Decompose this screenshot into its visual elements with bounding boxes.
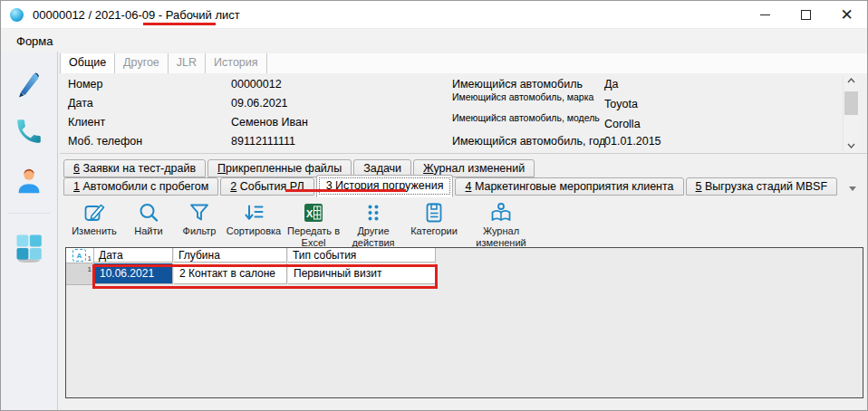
column-header-tip-sobytiya[interactable]: Тип события bbox=[288, 248, 436, 263]
main-area: Общие Другое JLR История Номер 00000012 … bbox=[1, 52, 867, 410]
sort-icon bbox=[242, 200, 265, 225]
phone-icon[interactable] bbox=[14, 116, 44, 149]
title-bar: 00000012 / 2021-06-09 - Рабочий лист ✕ bbox=[1, 1, 867, 29]
tab-obshchie[interactable]: Общие bbox=[60, 53, 115, 73]
field-value[interactable]: Toyota bbox=[604, 98, 638, 110]
categories-icon bbox=[422, 200, 446, 225]
content-area: Общие Другое JLR История Номер 00000012 … bbox=[58, 52, 867, 410]
categories-button[interactable]: Категории bbox=[402, 200, 466, 237]
detail-tab-row-1: 6 Заявки на тест-драйв Прикрепленные фай… bbox=[63, 159, 535, 177]
table-corner-cell[interactable]: A 1 bbox=[66, 248, 94, 263]
sidebar bbox=[1, 52, 58, 410]
find-button[interactable]: Найти bbox=[125, 200, 172, 237]
annotation-tab-underline bbox=[285, 189, 406, 192]
tiles-icon[interactable] bbox=[13, 231, 45, 266]
menu-bar: Форма bbox=[1, 29, 867, 53]
person-icon[interactable] bbox=[14, 166, 44, 199]
form-scrollbar[interactable] bbox=[843, 75, 859, 151]
row-number: 1 bbox=[88, 265, 92, 273]
filter-icon bbox=[188, 200, 211, 225]
scrollbar-thumb[interactable] bbox=[844, 91, 858, 115]
field-label: Клиент bbox=[68, 116, 105, 129]
field-value[interactable]: 89112111111 bbox=[231, 135, 295, 148]
tab-istoriya-pogruzheniya[interactable]: 3 История погружения bbox=[316, 175, 454, 197]
more-actions-button[interactable]: Другие действия bbox=[346, 200, 400, 248]
field-label: Моб. телефон bbox=[68, 135, 142, 148]
filter-button[interactable]: Фильтр bbox=[174, 200, 225, 237]
column-header-data[interactable]: Дата bbox=[94, 248, 173, 263]
corner-marker: 1 bbox=[88, 254, 92, 263]
change-log-icon bbox=[489, 200, 513, 225]
detail-tab-row-2: 1 Автомобили с пробегом 2 События РЛ 3 И… bbox=[63, 177, 837, 196]
annotation-row-highlight bbox=[92, 264, 438, 289]
close-button[interactable]: ✕ bbox=[826, 2, 867, 28]
tab-istoriya[interactable]: История bbox=[206, 53, 266, 73]
maximize-icon bbox=[801, 10, 811, 20]
menu-item-forma[interactable]: Форма bbox=[1, 34, 63, 48]
change-log-button[interactable]: Журнал изменений bbox=[468, 200, 535, 248]
export-excel-button[interactable]: X Передать в Excel bbox=[283, 200, 344, 248]
close-icon: ✕ bbox=[840, 7, 853, 23]
field-value[interactable]: 00000012 bbox=[231, 78, 282, 91]
field-value[interactable]: Да bbox=[604, 78, 618, 91]
tab-drugoe[interactable]: Другое bbox=[115, 53, 169, 73]
tab-marketingovye-meropriyatiya[interactable]: 4 Маркетинговые мероприятия клиента bbox=[455, 177, 683, 196]
field-label: Имеющийся автомобиль, марка bbox=[452, 92, 608, 102]
search-icon bbox=[137, 200, 160, 225]
svg-text:X: X bbox=[306, 207, 313, 218]
sort-button[interactable]: Сортировка bbox=[227, 200, 281, 237]
maximize-button[interactable] bbox=[786, 2, 826, 28]
field-label: Имеющийся автомобиль bbox=[452, 78, 583, 91]
tab-jlr[interactable]: JLR bbox=[169, 53, 206, 73]
scroll-down-icon[interactable] bbox=[844, 140, 859, 151]
edit-button[interactable]: Изменить bbox=[65, 200, 123, 237]
field-value[interactable]: Семенов Иван bbox=[231, 116, 308, 129]
tab-overflow-chevron-icon[interactable] bbox=[849, 186, 856, 191]
tab-sobytiya-rl[interactable]: 2 События РЛ bbox=[220, 177, 313, 196]
sidebar-separator bbox=[8, 213, 50, 214]
field-label: Номер bbox=[68, 78, 102, 91]
sphere-icon bbox=[10, 8, 24, 22]
minimize-icon bbox=[760, 14, 770, 15]
field-value[interactable]: Corolla bbox=[604, 118, 641, 130]
row-header[interactable]: 1 bbox=[66, 263, 94, 285]
minimize-button[interactable] bbox=[745, 2, 786, 28]
form-tab-strip: Общие Другое JLR История bbox=[60, 53, 867, 74]
scroll-up-icon[interactable] bbox=[844, 75, 859, 86]
select-all-icon: A bbox=[72, 249, 86, 262]
tab-avtomobili-s-probegom[interactable]: 1 Автомобили с пробегом bbox=[63, 177, 218, 196]
form-panel: Номер 00000012 Дата 09.06.2021 Клиент Се… bbox=[60, 73, 867, 154]
tab-vygruzka-stadij-mbsf[interactable]: 5 Выгрузка стадий MBSF bbox=[686, 177, 838, 196]
pen-icon[interactable] bbox=[14, 68, 44, 101]
more-actions-icon bbox=[362, 200, 385, 225]
tab-zayavki-test-drive[interactable]: 6 Заявки на тест-драйв bbox=[63, 159, 206, 177]
annotation-title-underline bbox=[143, 23, 216, 25]
column-header-glubina[interactable]: Глубина bbox=[174, 248, 287, 263]
app-window: 00000012 / 2021-06-09 - Рабочий лист ✕ Ф… bbox=[0, 0, 868, 411]
field-label: Дата bbox=[68, 97, 93, 110]
field-value[interactable]: 09.06.2021 bbox=[231, 97, 288, 110]
field-value[interactable]: 01.01.2015 bbox=[604, 135, 661, 148]
excel-icon: X bbox=[302, 200, 325, 225]
toolbar: Изменить Найти bbox=[65, 200, 536, 245]
edit-icon bbox=[82, 200, 106, 225]
field-label: Имеющийся автомобиль, модель bbox=[452, 113, 608, 123]
field-label: Имеющийся автомобиль, год bbox=[452, 135, 605, 148]
window-title: 00000012 / 2021-06-09 - Рабочий лист bbox=[33, 8, 240, 22]
